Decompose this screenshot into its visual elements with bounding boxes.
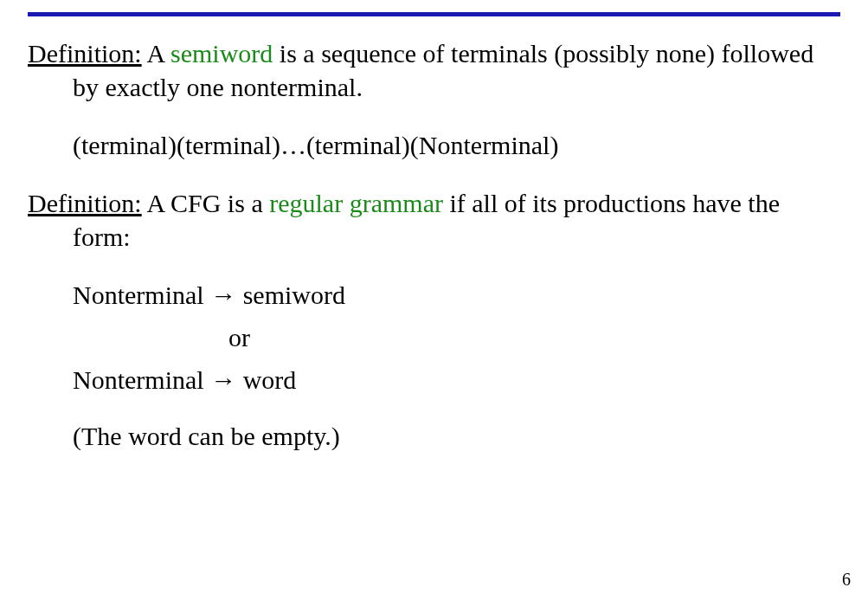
prod1-rhs: semiword (236, 281, 345, 309)
slide: Definition: A semiword is a sequence of … (0, 0, 868, 600)
prod2-lhs: Nonterminal (73, 365, 210, 394)
definition-label: Definition: (28, 189, 142, 217)
prod1-lhs: Nonterminal (73, 281, 210, 309)
definition-1: Definition: A semiword is a sequence of … (28, 36, 840, 104)
slide-body: Definition: A semiword is a sequence of … (28, 36, 840, 477)
definition-2-pre: A CFG is a (142, 189, 270, 217)
page-number: 6 (842, 570, 851, 590)
prod2-rhs: word (236, 365, 296, 394)
definition-1-term: semiword (170, 39, 273, 68)
production-line-1: Nonterminal → semiword (73, 278, 840, 312)
definition-1-pre: A (142, 39, 170, 68)
horizontal-rule (28, 12, 840, 16)
note-line: (The word can be empty.) (28, 419, 840, 453)
production-or: or (73, 320, 840, 354)
arrow-icon: → (210, 281, 236, 309)
definition-2-term: regular grammar (269, 189, 443, 217)
definition-label: Definition: (28, 39, 142, 68)
production-line-2: Nonterminal → word (73, 363, 840, 397)
definition-2: Definition: A CFG is a regular grammar i… (28, 186, 840, 254)
production-block: Nonterminal → semiword or Nonterminal → … (28, 278, 840, 397)
pattern-line: (terminal)(terminal)…(terminal)(Nontermi… (28, 128, 840, 162)
arrow-icon: → (210, 365, 236, 394)
